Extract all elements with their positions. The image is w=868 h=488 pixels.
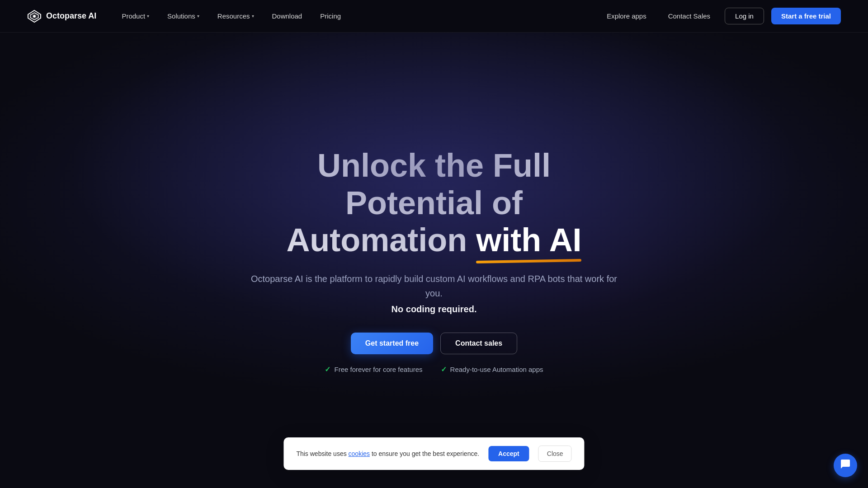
login-button[interactable]: Log in <box>725 8 764 24</box>
nav-pricing[interactable]: Pricing <box>313 9 348 23</box>
nav-resources[interactable]: Resources ▾ <box>210 9 261 23</box>
get-started-button[interactable]: Get started free <box>351 333 433 354</box>
nav-solutions[interactable]: Solutions ▾ <box>160 9 207 23</box>
chevron-down-icon: ▾ <box>197 14 199 19</box>
hero-subtitle: Octoparse AI is the platform to rapidly … <box>249 272 619 300</box>
hero-feature-2: ✓ Ready-to-use Automation apps <box>441 365 543 374</box>
hero-title-highlight: with AI <box>476 221 581 259</box>
svg-point-2 <box>33 15 36 18</box>
hero-buttons: Get started free Contact sales <box>249 333 619 354</box>
contact-sales-link[interactable]: Contact Sales <box>661 9 717 23</box>
hero-feature-1: ✓ Free forever for core features <box>325 365 422 374</box>
start-trial-button[interactable]: Start a free trial <box>771 8 841 24</box>
hero-features: ✓ Free forever for core features ✓ Ready… <box>249 365 619 374</box>
nav-download[interactable]: Download <box>265 9 310 23</box>
nav-product[interactable]: Product ▾ <box>114 9 156 23</box>
hero-subtitle-bold: No coding required. <box>249 304 619 314</box>
chat-icon <box>840 459 851 472</box>
contact-sales-button[interactable]: Contact sales <box>440 333 517 354</box>
logo-icon <box>27 9 42 23</box>
chevron-down-icon: ▾ <box>147 14 149 19</box>
logo[interactable]: Octoparse AI <box>27 9 96 23</box>
cookie-text: This website uses cookies to ensure you … <box>296 450 479 457</box>
brand-name: Octoparse AI <box>46 11 96 21</box>
cookie-banner: This website uses cookies to ensure you … <box>283 437 584 470</box>
close-button[interactable]: Close <box>538 446 572 462</box>
check-icon: ✓ <box>325 365 330 374</box>
chat-widget[interactable] <box>834 454 857 477</box>
hero-section: Unlock the Full Potential of Automation … <box>0 0 868 488</box>
cookie-link[interactable]: cookies <box>349 450 370 457</box>
explore-apps-link[interactable]: Explore apps <box>599 9 654 23</box>
chevron-down-icon: ▾ <box>252 14 254 19</box>
hero-title: Unlock the Full Potential of Automation … <box>249 147 619 259</box>
accept-button[interactable]: Accept <box>488 446 529 461</box>
check-icon: ✓ <box>441 365 447 374</box>
nav-right: Explore apps Contact Sales Log in Start … <box>599 8 841 24</box>
nav-left: Octoparse AI Product ▾ Solutions ▾ Resou… <box>27 9 348 23</box>
navbar: Octoparse AI Product ▾ Solutions ▾ Resou… <box>0 0 868 33</box>
hero-content: Unlock the Full Potential of Automation … <box>231 147 637 374</box>
